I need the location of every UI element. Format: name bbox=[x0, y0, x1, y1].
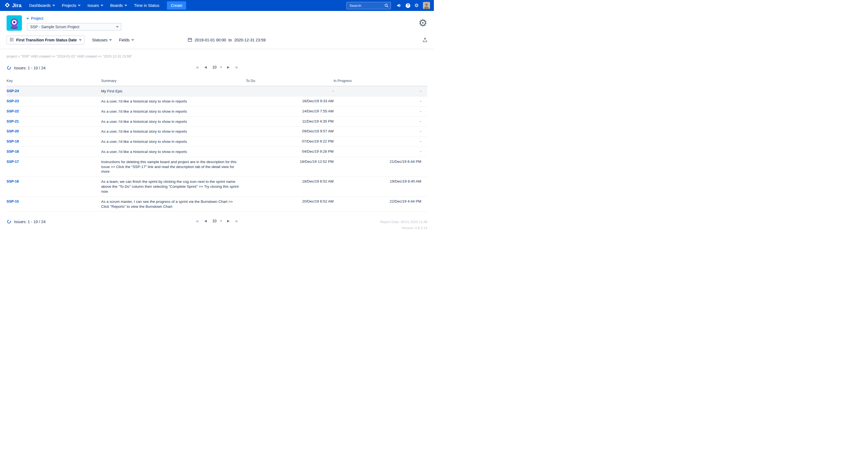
page-size-value: 10 bbox=[212, 219, 217, 223]
date-range-picker[interactable]: 2019-01-01 00:00 to 2020-12-31 23:59 bbox=[188, 37, 266, 43]
issue-key-link[interactable]: SSP-16 bbox=[7, 179, 19, 183]
issue-row: SSP-24My First Epic-- bbox=[7, 86, 427, 96]
search-box bbox=[346, 2, 391, 9]
issue-row: SSP-23As a user, I'd like a historical s… bbox=[7, 96, 427, 107]
nav-item-label: Issues bbox=[87, 3, 99, 8]
project-select-value: SSP - Sample Scrum Project bbox=[30, 25, 79, 29]
in-progress-date-cell: - bbox=[334, 96, 427, 107]
next-page-button[interactable]: ▶ bbox=[227, 65, 230, 69]
refresh-icon[interactable] bbox=[7, 65, 11, 70]
calendar-icon bbox=[188, 37, 192, 43]
project-avatar bbox=[7, 16, 22, 31]
export-icon[interactable] bbox=[423, 37, 427, 42]
issue-summary-cell: As a user, I'd like a historical story t… bbox=[101, 107, 246, 117]
issue-key-link[interactable]: SSP-17 bbox=[7, 159, 19, 164]
fields-dropdown[interactable]: Fields bbox=[119, 38, 133, 42]
issue-summary-cell: As a user, I'd like a historical story t… bbox=[101, 137, 246, 147]
chevron-down-icon bbox=[53, 4, 55, 6]
issue-key-link[interactable]: SSP-24 bbox=[7, 89, 19, 93]
first-page-button[interactable]: « bbox=[196, 219, 199, 222]
nav-item-time-in-status[interactable]: Time in Status bbox=[134, 3, 159, 8]
statuses-dropdown[interactable]: Statuses bbox=[92, 38, 111, 42]
previous-page-button[interactable]: ◀ bbox=[204, 219, 207, 223]
issue-summary-cell: As a user, I'd like a historical story t… bbox=[101, 117, 246, 127]
gear-glyph: ⚙ bbox=[414, 3, 419, 8]
issue-key-cell: SSP-21 bbox=[7, 117, 101, 127]
issue-key-cell: SSP-17 bbox=[7, 157, 101, 177]
nav-item-issues[interactable]: Issues bbox=[87, 3, 103, 8]
column-header-in-progress: In Progress bbox=[334, 75, 427, 86]
top-navigation-bar: Jira Dashboards Projects Issues Boards T… bbox=[0, 0, 434, 11]
issue-summary-cell: As a user, I'd like a historical story t… bbox=[101, 96, 246, 107]
issue-key-link[interactable]: SSP-18 bbox=[7, 149, 19, 153]
in-progress-date-cell: - bbox=[334, 117, 427, 127]
refresh-icon[interactable] bbox=[7, 219, 11, 224]
report-type-dropdown[interactable]: First Transition From Status Date bbox=[7, 36, 85, 44]
caret-down-icon: ▾ bbox=[220, 66, 222, 68]
first-page-button[interactable]: « bbox=[196, 65, 199, 69]
topnav-right-controls: ? ⚙ bbox=[346, 2, 430, 9]
caret-down-icon: ▾ bbox=[220, 219, 222, 222]
issues-count-label: Issues: 1 - 10 / 24 bbox=[14, 219, 45, 224]
issues-count-group: Issues: 1 - 10 / 24 bbox=[7, 219, 45, 224]
page-size-value: 10 bbox=[212, 65, 217, 69]
issue-summary-cell: As a team, we can finish the sprint by c… bbox=[101, 177, 246, 196]
jira-logo-icon bbox=[4, 2, 10, 9]
report-settings-gear-icon[interactable]: ⚙ bbox=[418, 16, 427, 31]
feedback-megaphone-icon[interactable] bbox=[397, 3, 402, 8]
project-meta: Project SSP - Sample Scrum Project bbox=[27, 16, 121, 31]
in-progress-date-cell: - bbox=[334, 127, 427, 137]
in-progress-date-cell: - bbox=[334, 86, 427, 96]
project-section-toggle[interactable]: Project bbox=[27, 16, 121, 21]
last-page-button[interactable]: » bbox=[235, 219, 238, 222]
issue-key-link[interactable]: SSP-21 bbox=[7, 119, 19, 123]
previous-page-button[interactable]: ◀ bbox=[204, 65, 207, 69]
report-type-label: First Transition From Status Date bbox=[16, 38, 77, 42]
jql-query-text: project = "SSP" AND created >= "2019-01-… bbox=[0, 49, 434, 58]
issue-summary-cell: As a scrum master, I can see the progres… bbox=[101, 196, 246, 212]
issue-key-link[interactable]: SSP-15 bbox=[7, 199, 19, 203]
brand-name: Jira bbox=[12, 2, 22, 8]
issue-key-link[interactable]: SSP-19 bbox=[7, 139, 19, 143]
issue-row: SSP-15As a scrum master, I can see the p… bbox=[7, 196, 427, 212]
issue-key-cell: SSP-23 bbox=[7, 96, 101, 107]
nav-item-boards[interactable]: Boards bbox=[110, 3, 127, 8]
issues-table-body: SSP-24My First Epic--SSP-23As a user, I'… bbox=[7, 86, 427, 212]
settings-gear-icon[interactable]: ⚙ bbox=[414, 3, 419, 8]
issue-summary-cell: Instructions for deleting this sample bo… bbox=[101, 157, 246, 177]
search-input[interactable] bbox=[346, 2, 391, 9]
issue-row: SSP-21As a user, I'd like a historical s… bbox=[7, 117, 427, 127]
column-header-key: Key bbox=[7, 75, 101, 86]
issue-row: SSP-20As a user, I'd like a historical s… bbox=[7, 127, 427, 137]
issue-summary-cell: As a user, I'd like a historical story t… bbox=[101, 147, 246, 157]
chevron-down-icon bbox=[116, 25, 118, 27]
project-select[interactable]: SSP - Sample Scrum Project bbox=[27, 23, 121, 31]
jira-logo[interactable]: Jira bbox=[4, 2, 22, 9]
nav-item-label: Dashboards bbox=[29, 3, 51, 8]
issue-key-link[interactable]: SSP-22 bbox=[7, 109, 19, 113]
report-info: Report Date: 06.01.2020 12:46 Version: 4… bbox=[380, 219, 427, 231]
issue-key-cell: SSP-15 bbox=[7, 196, 101, 212]
main-menu: Dashboards Projects Issues Boards Time i… bbox=[29, 3, 159, 8]
in-progress-date-cell: 21/Dec/19 6:44 PM bbox=[334, 157, 427, 177]
issue-key-link[interactable]: SSP-20 bbox=[7, 129, 19, 133]
page-size-select[interactable]: 10 ▾ bbox=[212, 219, 221, 223]
date-to: 2020-12-31 23:59 bbox=[234, 38, 266, 42]
issue-key-cell: SSP-22 bbox=[7, 107, 101, 117]
last-page-button[interactable]: » bbox=[235, 65, 238, 69]
issue-key-cell: SSP-24 bbox=[7, 86, 101, 96]
nav-item-dashboards[interactable]: Dashboards bbox=[29, 3, 55, 8]
date-from: 2019-01-01 00:00 bbox=[195, 38, 226, 42]
user-avatar[interactable] bbox=[423, 2, 430, 9]
help-icon[interactable]: ? bbox=[406, 3, 410, 8]
issue-row: SSP-16As a team, we can finish the sprin… bbox=[7, 177, 427, 196]
page-size-select[interactable]: 10 ▾ bbox=[212, 65, 221, 69]
create-button[interactable]: Create bbox=[167, 1, 186, 9]
filter-bar: First Transition From Status Date Status… bbox=[0, 33, 434, 49]
in-progress-date-cell: 22/Dec/19 4:44 PM bbox=[334, 196, 427, 212]
issue-key-link[interactable]: SSP-23 bbox=[7, 99, 19, 103]
next-page-button[interactable]: ▶ bbox=[227, 219, 230, 223]
nav-item-projects[interactable]: Projects bbox=[62, 3, 80, 8]
pagination-top: « ◀ 10 ▾ ▶ » bbox=[196, 65, 238, 69]
issue-row: SSP-18As a user, I'd like a historical s… bbox=[7, 147, 427, 157]
